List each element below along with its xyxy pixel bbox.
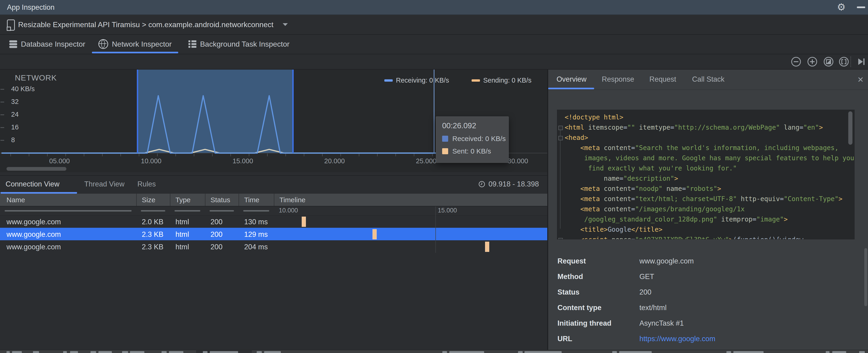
close-icon[interactable]: ✕ xyxy=(857,75,864,84)
reset-zoom-icon[interactable] xyxy=(823,56,834,67)
code-token xyxy=(565,174,604,182)
table-row[interactable]: www.google.com2.3 KBhtml200129 ms xyxy=(0,228,547,240)
column-grip[interactable] xyxy=(210,210,234,212)
cell-time: 129 ms xyxy=(244,230,268,239)
column-header-timeline[interactable]: Timeline xyxy=(279,196,305,204)
network-chart[interactable]: NETWORK 05.00010.00015.00020.00025.00030… xyxy=(0,70,547,172)
bottom-tool-fragment xyxy=(449,351,484,353)
code-token: "/images/branding/googleg/1x xyxy=(635,205,745,213)
column-grip[interactable] xyxy=(141,210,165,212)
details-tab-bar: ✕ OverviewResponseRequestCall Stack xyxy=(548,70,868,90)
settings-gear-icon[interactable]: ⚙ xyxy=(837,1,846,13)
code-scrollbar[interactable] xyxy=(848,111,852,145)
column-header-type[interactable]: Type xyxy=(176,196,190,204)
response-preview-code[interactable]: <!doctype html><html itemscope="" itemty… xyxy=(557,110,855,239)
bottom-tool-fragment xyxy=(161,351,167,353)
code-line: <script nonce="p4O7XBJIXBBwFl3DtS-vXw">(… xyxy=(565,235,803,239)
detail-tab-overview[interactable]: Overview xyxy=(557,75,587,84)
code-token: "" xyxy=(627,124,635,131)
code-token: <script xyxy=(580,236,608,239)
code-line: <meta content="noodp" name="robots"> xyxy=(565,184,721,194)
tab-network-inspector[interactable]: Network Inspector xyxy=(98,35,172,53)
timeline-tick-label: 15.000 xyxy=(438,207,457,214)
timeline-request-marker[interactable] xyxy=(485,242,489,252)
detail-tab-response[interactable]: Response xyxy=(602,75,634,84)
column-grip[interactable] xyxy=(175,210,200,212)
detail-field-row: MethodGET xyxy=(557,272,859,288)
code-line: find exactly what you're looking for." xyxy=(565,163,737,173)
bottom-toolbar[interactable] xyxy=(0,350,868,353)
column-header-status[interactable]: Status xyxy=(211,196,230,204)
code-line: <meta content="text/html; charset=UTF-8"… xyxy=(565,194,842,204)
chevron-down-icon[interactable] xyxy=(283,23,288,26)
code-token xyxy=(584,124,588,131)
process-selector-bar[interactable]: Resizable Experimental API Tiramisu > co… xyxy=(0,15,868,35)
field-value-link[interactable]: https://www.google.com xyxy=(640,335,715,343)
app-inspection-window: App Inspection ⚙ Resizable Experimental … xyxy=(0,0,868,353)
tooltip-row-label: Sent: 0 KB/s xyxy=(452,147,491,155)
timeline-request-marker[interactable] xyxy=(372,229,377,239)
skip-to-end-icon[interactable] xyxy=(856,56,867,67)
panel-scrollbar[interactable] xyxy=(864,248,867,306)
column-header-size[interactable]: Size xyxy=(142,196,155,204)
cell-time: 204 ms xyxy=(244,243,268,251)
timeline-request-marker[interactable] xyxy=(302,217,306,227)
field-label: URL xyxy=(557,335,572,343)
code-line: <!doctype html> xyxy=(565,112,623,123)
hide-window-icon[interactable] xyxy=(857,6,865,8)
field-label: Initiating thread xyxy=(557,319,612,327)
detail-field-row: Requestwww.google.com xyxy=(557,257,859,272)
column-grip[interactable] xyxy=(5,210,132,212)
svg-text:15.000: 15.000 xyxy=(232,157,253,165)
tooltip-swatch xyxy=(442,136,448,142)
view-tab-connection-view[interactable]: Connection View xyxy=(6,180,59,188)
detail-field-row: URLhttps://www.google.com xyxy=(557,335,859,350)
zoom-out-icon[interactable] xyxy=(790,56,802,67)
legend-swatch xyxy=(472,79,480,82)
cell-type: html xyxy=(176,218,189,226)
process-selector-label[interactable]: Resizable Experimental API Tiramisu > co… xyxy=(18,21,273,29)
code-token: = xyxy=(780,195,784,203)
code-token: = xyxy=(619,174,623,182)
zoom-to-selection-icon[interactable] xyxy=(838,56,849,67)
column-header-name[interactable]: Name xyxy=(6,196,25,204)
chart-title: NETWORK xyxy=(15,73,57,82)
detail-field-row: Content typetext/html xyxy=(557,303,859,319)
code-token xyxy=(737,195,741,203)
bottom-tool-fragment xyxy=(612,351,617,353)
column-header-time[interactable]: Time xyxy=(244,196,259,204)
detail-tab-request[interactable]: Request xyxy=(649,75,676,84)
tab-background-task-inspector[interactable]: Background Task Inspector xyxy=(188,35,289,53)
bottom-tool-fragment xyxy=(203,351,208,353)
tab-database-inspector[interactable]: Database Inspector xyxy=(9,35,85,53)
fold-marker-icon[interactable] xyxy=(558,136,563,140)
code-token: /googleg_standard_color_128dp.png" xyxy=(565,216,717,223)
code-token: = xyxy=(631,236,635,239)
code-token: <head> xyxy=(565,134,588,141)
code-line: images, videos and more. Google has many… xyxy=(565,153,854,163)
bottom-tool-fragment xyxy=(98,351,112,353)
code-token xyxy=(608,236,612,239)
field-value: text/html xyxy=(640,303,666,312)
code-token xyxy=(565,205,580,213)
code-token: > xyxy=(717,185,721,193)
inspector-tab-bar: Database InspectorNetwork InspectorBackg… xyxy=(0,35,868,54)
fold-marker-icon[interactable] xyxy=(558,238,563,239)
view-tab-thread-view[interactable]: Thread View xyxy=(84,180,124,188)
bottom-tool-fragment xyxy=(12,351,22,353)
detail-tab-call-stack[interactable]: Call Stack xyxy=(692,75,724,84)
column-grip[interactable] xyxy=(243,210,269,212)
field-value: www.google.com xyxy=(640,257,694,265)
fold-marker-icon[interactable] xyxy=(558,126,563,130)
code-token: "noodp" xyxy=(635,185,662,193)
connection-table-header[interactable]: NameSizeTypeStatusTimeTimeline xyxy=(0,194,547,206)
table-row[interactable]: www.google.com2.0 KBhtml200130 ms xyxy=(0,215,547,228)
code-token: > xyxy=(839,195,842,203)
table-row[interactable]: www.google.com2.3 KBhtml200204 ms xyxy=(0,240,547,253)
column-separator xyxy=(274,194,274,206)
bottom-tool-fragment xyxy=(619,351,652,353)
view-tab-rules[interactable]: Rules xyxy=(137,180,156,188)
field-label: Request xyxy=(557,257,586,265)
active-view-tab-underline xyxy=(0,192,77,194)
zoom-in-icon[interactable] xyxy=(807,56,818,67)
